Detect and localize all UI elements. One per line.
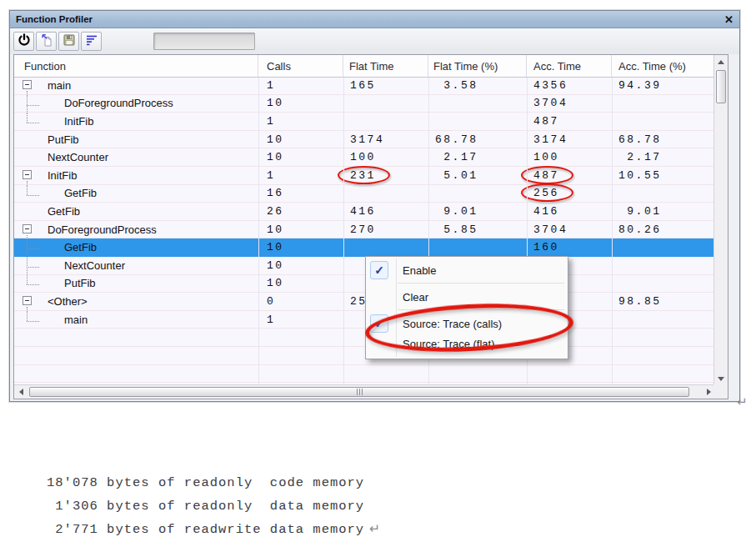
- tree-line: [27, 95, 28, 113]
- cell-calls: 1: [258, 113, 343, 130]
- memory-summary-line: 2'771 bytes of readwrite data memory ↵: [47, 518, 381, 542]
- cell-acc-pct: 2.17: [612, 148, 715, 166]
- cell-calls: 1: [258, 311, 343, 329]
- clear-document-icon: [40, 33, 53, 50]
- cell-function: GetFib: [14, 185, 258, 203]
- column-header-flat-time[interactable]: Flat Time (%): [428, 55, 527, 77]
- table-row[interactable]: GetFib16256: [14, 185, 715, 203]
- cell-value: 487: [533, 115, 559, 128]
- horizontal-scrollbar[interactable]: [14, 384, 715, 399]
- table-row[interactable]: GetFib10160: [14, 238, 715, 257]
- collapse-minus-icon[interactable]: [23, 296, 32, 305]
- cell-value: 3.58: [435, 79, 478, 92]
- cell-calls: 16: [258, 185, 343, 203]
- cell-flat-pct: [428, 95, 527, 113]
- close-icon[interactable]: ✕: [724, 14, 733, 25]
- column-header-calls[interactable]: Calls: [258, 55, 343, 77]
- collapse-minus-icon[interactable]: [23, 224, 32, 233]
- cell-acc-pct: 10.55: [612, 167, 715, 184]
- column-separator: [612, 77, 613, 385]
- cell-flat: [343, 113, 428, 130]
- tree-line: [27, 91, 28, 93]
- cell-value: 1: [267, 169, 275, 182]
- cell-flat-pct: [428, 238, 527, 256]
- red-circle-annotation: 487: [533, 169, 559, 182]
- cell-acc: 160: [527, 238, 612, 256]
- tree-line: [27, 235, 28, 238]
- menu-item-source-trace-calls[interactable]: ✓Source: Trace (calls): [366, 314, 568, 334]
- toolbar: [10, 28, 739, 54]
- cell-flat-pct: 5.85: [428, 221, 527, 238]
- cell-flat: 165: [343, 77, 428, 94]
- cell-acc-pct: 80.26: [612, 221, 715, 238]
- cell-value: 10: [267, 223, 284, 236]
- tree-line: [27, 123, 39, 123]
- sorted-list-button[interactable]: [81, 32, 102, 51]
- cell-function: main: [14, 77, 258, 94]
- table-row[interactable]: PutFib10317468.78317468.78: [14, 131, 715, 149]
- clear-document-button[interactable]: [36, 32, 57, 51]
- table-row[interactable]: DoForegroundProcess10270 5.85370480.26: [14, 221, 715, 239]
- power-icon: [18, 33, 31, 50]
- cell-value: 2.17: [618, 151, 662, 163]
- cell-acc-pct: 94.39: [612, 77, 715, 94]
- cell-value: 270: [350, 223, 376, 236]
- power-button[interactable]: [13, 32, 34, 51]
- scrollbar-corner: [713, 384, 728, 399]
- cell-acc-pct: [612, 257, 715, 274]
- vertical-scrollbar[interactable]: [713, 55, 728, 385]
- cell-value: 1: [267, 115, 275, 128]
- vertical-scroll-thumb[interactable]: [716, 70, 726, 103]
- menu-item-clear[interactable]: Clear: [366, 287, 568, 307]
- table-row[interactable]: DoForegroundProcess103704: [14, 95, 715, 113]
- save-button[interactable]: [58, 32, 79, 51]
- table-row[interactable]: main1165 3.58435694.39: [14, 77, 715, 95]
- cell-calls: 10: [258, 257, 343, 274]
- cell-value: 94.39: [618, 79, 662, 92]
- scroll-down-arrow[interactable]: [714, 372, 728, 385]
- collapse-minus-icon[interactable]: [23, 170, 32, 179]
- menu-item-source-trace-flat[interactable]: Source: Trace (flat): [366, 334, 568, 354]
- menu-item-enable[interactable]: ✓Enable: [366, 260, 568, 280]
- table-row[interactable]: GetFib26416 9.01416 9.01: [14, 203, 715, 221]
- horizontal-scroll-thumb[interactable]: [29, 387, 689, 397]
- table-row[interactable]: NextCounter10100 2.17100 2.17: [14, 148, 715, 167]
- cell-function: NextCounter: [14, 148, 258, 166]
- cell-calls: 1: [258, 77, 343, 94]
- checkmark-icon: ✓: [370, 261, 388, 279]
- table-row[interactable]: InitFib1487: [14, 113, 715, 131]
- memory-summary-text: 18'078 bytes of readonly code memory 1'3…: [47, 472, 381, 542]
- collapse-minus-icon[interactable]: [23, 80, 32, 89]
- column-header-flat-time[interactable]: Flat Time: [343, 55, 428, 77]
- cell-flat: [343, 238, 428, 256]
- cell-acc: 100: [527, 148, 612, 166]
- scroll-up-arrow[interactable]: [714, 55, 728, 68]
- cell-flat-pct: 5.01: [428, 167, 527, 184]
- cell-value: 9.01: [435, 205, 478, 218]
- memory-summary-line: 1'306 bytes of readonly data memory: [47, 495, 381, 519]
- cell-value: 4356: [533, 79, 568, 92]
- column-header-function[interactable]: Function: [14, 55, 258, 77]
- window-titlebar[interactable]: Function Profiler ✕: [10, 11, 739, 28]
- cell-flat-pct: 68.78: [428, 131, 527, 148]
- column-header-acc-time[interactable]: Acc. Time (%): [612, 55, 715, 77]
- tree-line: [27, 181, 28, 183]
- tree-line: [27, 238, 28, 256]
- cell-function: main: [14, 311, 258, 329]
- memory-summary-line: 18'078 bytes of readonly code memory: [47, 472, 381, 495]
- table-row[interactable]: InitFib1231 5.0148710.55: [14, 167, 715, 185]
- column-header-acc-time[interactable]: Acc. Time: [527, 55, 612, 77]
- toolbar-status-field: [153, 33, 255, 50]
- scroll-left-arrow[interactable]: [14, 385, 28, 399]
- cell-acc-pct: [612, 275, 715, 293]
- cell-value: 68.78: [618, 133, 662, 146]
- tree-line: [27, 257, 28, 274]
- function-name: PutFib: [14, 133, 79, 146]
- cell-value: 3704: [533, 223, 568, 236]
- cell-flat: 416: [343, 203, 428, 220]
- scroll-grip: [357, 389, 363, 395]
- cell-calls: 10: [258, 95, 343, 113]
- cell-flat: 100: [343, 148, 428, 166]
- cell-acc: 3704: [527, 221, 612, 238]
- function-name: GetFib: [14, 205, 80, 218]
